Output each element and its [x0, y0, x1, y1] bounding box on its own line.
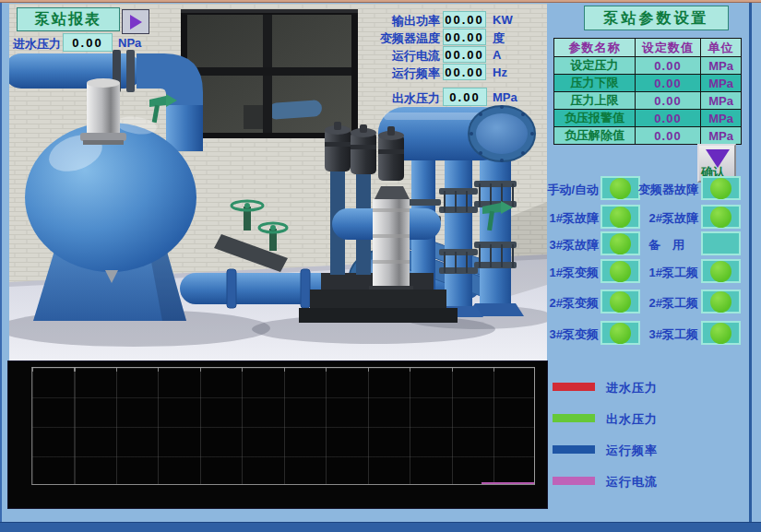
settings-row: 压力下限 0.00 MPa — [554, 75, 742, 92]
run-frequency-label: 运行频率 — [304, 65, 440, 82]
settings-header-row: 参数名称 设定数值 单位 — [554, 39, 742, 57]
status-box-spare-empty — [701, 231, 741, 255]
legend-swatch-run-current — [553, 477, 595, 485]
status-lamp-pump3-mains — [701, 321, 741, 345]
output-power-label: 输出功率 — [304, 13, 440, 30]
outlet-pressure-value: 0.00 — [443, 88, 487, 106]
report-open-button[interactable] — [122, 9, 149, 34]
status-label-pump2-vfd: 2#泵变频 — [543, 295, 599, 312]
param-value-field[interactable]: 0.00 — [636, 92, 701, 110]
status-label-pump1-vfd: 1#泵变频 — [543, 265, 599, 281]
status-lamp-pump1-mains — [701, 259, 741, 283]
trend-plot-area — [31, 367, 535, 485]
status-lamp-icon — [610, 261, 631, 282]
right-border — [749, 3, 752, 522]
inlet-pressure-value: 0.00 — [63, 33, 113, 52]
param-unit: MPa — [701, 57, 742, 75]
status-lamp-icon — [710, 207, 731, 228]
status-lamp-icon — [710, 291, 731, 313]
trend-chart — [7, 361, 548, 509]
param-name: 压力下限 — [554, 75, 636, 92]
param-value-field[interactable]: 0.00 — [636, 110, 701, 127]
status-label-pump3-vfd: 3#泵变频 — [543, 326, 599, 343]
report-button-group: 泵站报表 — [17, 7, 149, 34]
status-lamp-icon — [610, 233, 631, 254]
plot-tick-marks — [32, 368, 534, 372]
settings-row: 负压解除值 0.00 MPa — [554, 127, 742, 145]
status-label-pump1-fault: 1#泵故障 — [543, 210, 599, 227]
play-icon — [130, 15, 142, 30]
inverter-temp-value: 00.00 — [443, 29, 486, 45]
output-power-unit: KW — [493, 13, 513, 27]
settings-row: 压力上限 0.00 MPa — [554, 92, 742, 110]
legend-label-inlet-pressure: 进水压力 — [606, 380, 658, 396]
param-unit: MPa — [701, 110, 742, 127]
status-label-pump2-fault: 2#泵故障 — [635, 210, 698, 227]
left-border — [0, 3, 2, 522]
output-power-value: 00.00 — [443, 11, 486, 28]
status-lamp-icon — [610, 323, 631, 344]
legend-swatch-inlet-pressure — [553, 383, 595, 391]
status-lamp-icon — [610, 207, 631, 228]
status-lamp-pump2-fault — [701, 205, 741, 229]
status-lamp-icon — [710, 261, 731, 282]
run-current-trace — [482, 482, 534, 484]
run-frequency-value: 00.00 — [443, 64, 486, 80]
header-set-value: 设定数值 — [636, 39, 701, 57]
status-label-inverter-fault: 变频器故障 — [635, 182, 698, 198]
legend-label-run-frequency: 运行频率 — [606, 443, 658, 459]
param-unit: MPa — [701, 92, 742, 110]
legend-label-outlet-pressure: 出水压力 — [606, 411, 658, 428]
param-value-field[interactable]: 0.00 — [636, 75, 701, 92]
inlet-pressure-label: 进水压力 — [13, 36, 61, 53]
header-unit: 单位 — [701, 39, 742, 57]
param-unit: MPa — [701, 127, 742, 145]
status-lamp-icon — [710, 178, 731, 199]
param-value-field[interactable]: 0.00 — [636, 57, 701, 75]
run-current-unit: A — [493, 48, 501, 62]
top-border — [0, 0, 761, 3]
run-current-value: 00.00 — [443, 46, 486, 63]
status-lamp-icon — [710, 323, 731, 344]
status-label-pump3-fault: 3#泵故障 — [543, 237, 599, 254]
status-lamp-pump2-mains — [701, 290, 741, 313]
inverter-temp-label: 变频器温度 — [304, 30, 440, 47]
status-label-pump3-mains: 3#泵工频 — [635, 326, 698, 343]
status-label-pump1-mains: 1#泵工频 — [635, 265, 698, 281]
legend-swatch-outlet-pressure — [553, 414, 595, 422]
bottom-border — [0, 522, 761, 532]
outlet-pressure-unit: MPa — [493, 90, 517, 104]
status-label-pump2-mains: 2#泵工频 — [635, 295, 698, 312]
status-lamp-icon — [610, 178, 631, 199]
status-label-spare: 备 用 — [635, 237, 698, 254]
pump-station-hmi-screen: 泵站报表 进水压力 0.00 NPa 输出功率 00.00 KW 变频器温度 0… — [0, 0, 761, 532]
settings-panel-title: 泵站参数设置 — [584, 6, 729, 30]
settings-row: 设定压力 0.00 MPa — [554, 57, 742, 75]
outlet-pressure-label: 出水压力 — [369, 90, 440, 107]
param-name: 压力上限 — [554, 92, 636, 110]
legend-label-run-current: 运行电流 — [606, 474, 658, 491]
inverter-temp-unit: 度 — [493, 30, 505, 47]
settings-row: 负压报警值 0.00 MPa — [554, 110, 742, 127]
header-param-name: 参数名称 — [554, 39, 636, 57]
settings-table: 参数名称 设定数值 单位 设定压力 0.00 MPa 压力下限 0.00 MPa… — [553, 38, 742, 145]
status-label-manual-auto: 手动/自动 — [543, 182, 599, 198]
param-name: 设定压力 — [554, 57, 636, 75]
status-lamp-icon — [610, 291, 631, 313]
run-current-label: 运行电流 — [304, 48, 440, 65]
param-unit: MPa — [701, 75, 742, 92]
report-button[interactable]: 泵站报表 — [17, 7, 120, 31]
status-lamp-inverter-fault — [701, 176, 741, 200]
param-name: 负压报警值 — [554, 110, 636, 127]
inlet-pressure-unit: NPa — [118, 36, 141, 50]
run-frequency-unit: Hz — [493, 65, 507, 79]
param-value-field[interactable]: 0.00 — [636, 127, 701, 145]
legend-swatch-run-frequency — [553, 445, 595, 454]
param-name: 负压解除值 — [554, 127, 636, 145]
